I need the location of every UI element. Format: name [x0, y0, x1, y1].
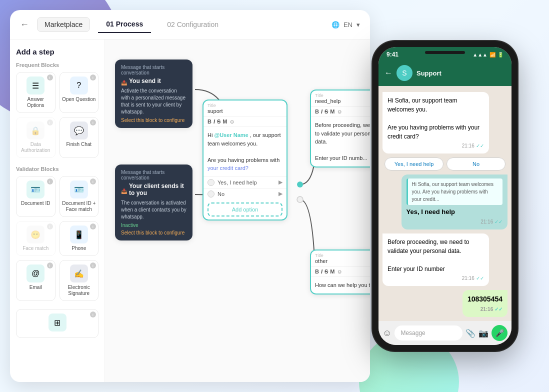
chevron-down-icon: ▾	[356, 21, 360, 28]
info-icon: i	[47, 120, 53, 126]
node3-title-input[interactable]	[208, 108, 282, 114]
attachment-icon[interactable]: 📎	[466, 328, 476, 338]
strike-btn[interactable]: S	[217, 118, 220, 124]
block-email[interactable]: i @ Email	[16, 260, 56, 301]
mono-btn[interactable]: M	[330, 268, 334, 274]
msg1-text: Hi Sofia, our support team welcomes you.…	[388, 96, 484, 141]
node5-content: How can we help you today?	[311, 277, 370, 294]
italic-btn[interactable]: I	[321, 108, 322, 114]
block-extra[interactable]: i ⊞	[16, 309, 98, 338]
msg3-time: 21:16 ✓✓	[388, 274, 484, 282]
chat-area: Hi Sofia, our support team welcomes you.…	[378, 86, 512, 321]
info-icon: i	[90, 74, 96, 80]
block-esignature[interactable]: i ✍ Electronic Signature	[60, 260, 99, 301]
node4-title-input[interactable]	[315, 98, 370, 104]
msg4-time: 21:16 ✓✓	[468, 306, 502, 313]
block-open-question[interactable]: i ? Open Question	[60, 72, 99, 113]
node2-header: 📥 Your client sends it to you	[121, 182, 186, 200]
add-option-button[interactable]: Add option	[208, 202, 282, 216]
node1-body: Activate the conversation with a persona…	[121, 88, 186, 116]
msg2-text: Yes, I need help	[406, 207, 503, 217]
phone-mockup: 9:41 ▲▲▲ 📶 🔋 ← S Support	[372, 41, 518, 351]
flow-node-receive[interactable]: Message that starts conversation 📥 Your …	[115, 164, 192, 240]
node4-toolbar: B I S M ☺	[311, 106, 370, 117]
back-button[interactable]: ←	[20, 20, 29, 30]
back-arrow[interactable]: ←	[384, 68, 392, 78]
block-finish-chat[interactable]: i 💬 Finish Chat	[60, 117, 99, 158]
opt-btn-no[interactable]: No	[446, 158, 506, 170]
camera-icon[interactable]: 📷	[478, 328, 488, 338]
italic-btn[interactable]: I	[214, 118, 215, 124]
strike-btn[interactable]: S	[324, 108, 328, 114]
strike-btn[interactable]: S	[324, 268, 328, 274]
answer-options-label: Answer Options	[18, 96, 53, 108]
bold-btn[interactable]: B	[208, 118, 212, 124]
msg2-time: 21:16 ✓✓	[406, 218, 503, 226]
node2-title: Your client sends it to you	[129, 182, 186, 196]
option-buttons: Yes, I need help No	[382, 158, 508, 170]
node2-inactive: Inactive	[121, 222, 186, 228]
open-question-icon: ?	[70, 76, 88, 94]
flow-node-need-help[interactable]: Title B I S M ☺ Before proceeding, we ne…	[310, 90, 370, 168]
node3-title-area: Title	[204, 100, 286, 116]
option-yes-circle	[208, 179, 214, 186]
mono-btn[interactable]: M	[330, 108, 334, 114]
info-icon: i	[90, 120, 96, 126]
node4-content: Before proceeding, we need to validate y…	[311, 117, 370, 166]
node3-content: Hi @User Name , our support team welcome…	[204, 127, 286, 176]
validator-label: Validator Blocks	[16, 166, 98, 172]
chat-bubble-id: 108305454 21:16 ✓✓	[462, 290, 508, 317]
answer-options-icon: ☰	[26, 76, 44, 94]
phone-icon: 📱	[70, 226, 88, 244]
main-container: ← Marketplace 01 Process 02 Configuratio…	[0, 0, 549, 392]
flow-node-suport[interactable]: Title B I S M ☺ Hi @User Name , our supp…	[202, 100, 288, 220]
wifi-icon: 📶	[490, 52, 496, 58]
node1-title: You send it	[129, 78, 161, 84]
tab-process[interactable]: 01 Process	[98, 16, 151, 33]
node1-subtitle: Message that starts conversation	[121, 64, 186, 76]
node5-title-input[interactable]	[315, 258, 370, 264]
flow-node-send[interactable]: Message that starts conversation 📤 You s…	[115, 60, 192, 128]
italic-btn[interactable]: I	[321, 268, 322, 274]
phone-container: 9:41 ▲▲▲ 📶 🔋 ← S Support	[370, 0, 530, 392]
bold-btn[interactable]: B	[315, 108, 319, 114]
breadcrumb: Marketplace	[37, 17, 90, 32]
info-icon: i	[90, 224, 96, 230]
mono-btn[interactable]: M	[222, 118, 227, 124]
header-lang: 🌐 EN ▾	[332, 21, 360, 28]
esig-icon: ✍	[70, 264, 88, 282]
block-phone[interactable]: i 📱 Phone	[60, 221, 99, 256]
flow-node-other[interactable]: Title B I S M ☺ How can we help you toda…	[310, 250, 370, 294]
emoji-btn[interactable]: ☺	[337, 268, 342, 274]
opt-btn-yes[interactable]: Yes, I need help	[384, 158, 444, 170]
tab-configuration[interactable]: 02 Configuration	[159, 16, 226, 32]
email-icon: @	[26, 264, 44, 282]
node2-configure: Select this block to configure	[121, 230, 186, 236]
credit-card-link: your credit card?	[208, 165, 248, 171]
bold-btn[interactable]: B	[315, 268, 319, 274]
signal-icon: ▲▲▲	[472, 52, 488, 58]
emoji-btn[interactable]: ☺	[337, 108, 342, 114]
node5-toolbar: B I S M ☺	[311, 266, 370, 277]
block-answer-options[interactable]: i ☰ Answer Options	[16, 72, 56, 113]
emoji-input-icon[interactable]: ☺	[382, 328, 392, 338]
msg3-text: Before proceeding, we need to validate y…	[388, 238, 484, 274]
chat-bubble-received-1: Hi Sofia, our support team welcomes you.…	[382, 92, 489, 154]
option-no-arrow: ▶	[278, 190, 282, 197]
status-icons: ▲▲▲ 📶 🔋	[472, 52, 504, 58]
frequent-label: Frequent Blocks	[16, 62, 98, 68]
block-data-authorization: i 🔒 Data Authorization	[16, 117, 56, 158]
phone-notch	[425, 51, 465, 54]
steps-sidebar: Add a step Frequent Blocks i ☰ Answer Op…	[10, 40, 105, 382]
doc-id-label: Document ID	[21, 200, 50, 206]
builder-panel: ← Marketplace 01 Process 02 Configuratio…	[10, 10, 370, 382]
block-document-id[interactable]: i 🪪 Document ID	[16, 176, 56, 217]
info-icon: i	[90, 262, 96, 268]
node3-toolbar: B I S M ☺	[204, 116, 286, 127]
mic-button[interactable]: 🎤	[492, 325, 508, 341]
option-yes-label: Yes, I need help	[218, 180, 257, 186]
emoji-btn[interactable]: ☺	[230, 118, 235, 124]
block-doc-face[interactable]: i 🪪 Document ID + Face match	[60, 176, 99, 217]
chat-input-placeholder[interactable]: Mesagge	[394, 326, 462, 340]
info-icon: i	[47, 178, 53, 184]
